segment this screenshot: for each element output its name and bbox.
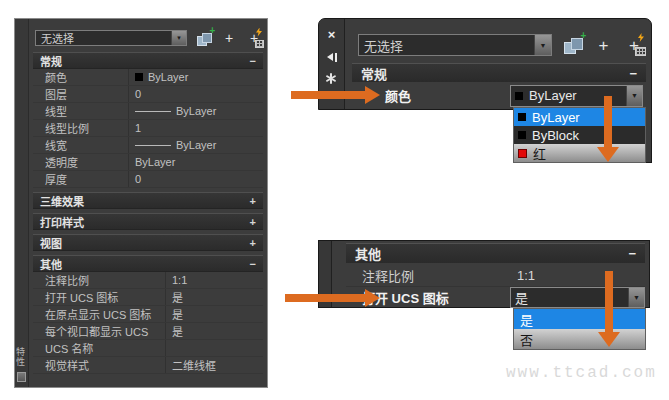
property-value[interactable]: ByLayer <box>128 154 263 170</box>
property-value[interactable]: 0 <box>128 171 263 187</box>
dropdown-arrow-color-annotation <box>597 96 619 162</box>
properties-palette: 特性 无选择 ▼ + + + 常规 − <box>14 18 268 388</box>
selection-combobox[interactable]: 无选择 ▼ <box>35 30 187 46</box>
property-label: 在原点显示 UCS 图标 <box>33 306 165 322</box>
dropdown-arrow-icon[interactable]: ▼ <box>534 35 551 55</box>
section-label: 常规 <box>361 64 387 83</box>
auto-hide-icon[interactable] <box>327 51 337 63</box>
collapse-icon[interactable]: − <box>250 55 256 67</box>
property-value[interactable] <box>165 340 263 356</box>
selection-combobox[interactable]: 无选择 ▼ <box>358 34 552 56</box>
ucs-icon-combobox[interactable]: 是 ▼ <box>510 287 645 308</box>
section-general[interactable]: 常规 − <box>33 52 263 69</box>
property-value[interactable]: ByLayer <box>128 137 263 153</box>
property-label: 厚度 <box>33 171 128 187</box>
row-visual-style: 视觉样式 二维线框 <box>33 357 263 374</box>
property-label: 视觉样式 <box>33 357 165 373</box>
row-thickness: 厚度 0 <box>33 171 263 188</box>
color-combobox[interactable]: ByLayer ▼ <box>510 85 643 107</box>
palette-title: 特性 <box>15 347 27 367</box>
property-label: 线型 <box>33 103 128 119</box>
palette-body: 无选择 ▼ + + + 常规 − 颜色 ByLayer <box>29 19 267 387</box>
property-value[interactable]: 1:1 <box>517 268 535 283</box>
row-annotation-scale: 注释比例 1:1 <box>33 272 263 289</box>
callout-arrow-color <box>291 86 380 104</box>
red-color-swatch <box>518 149 527 158</box>
dropdown-arrow-icon[interactable]: ▼ <box>171 31 186 45</box>
section-label: 其他 <box>355 244 381 263</box>
color-swatch <box>518 131 526 139</box>
select-objects-icon[interactable]: + <box>222 31 236 45</box>
property-label: 注释比例 <box>33 272 165 288</box>
row-ucs-icon-at-origin: 在原点显示 UCS 图标 是 <box>33 306 263 323</box>
section-misc[interactable]: 其他 − <box>346 243 645 263</box>
property-value[interactable]: 1 <box>128 120 263 136</box>
color-swatch <box>135 73 143 81</box>
collapse-icon[interactable]: − <box>628 246 636 261</box>
selection-toolbar: 无选择 ▼ + + + <box>358 34 645 56</box>
quick-select-icon[interactable]: + <box>623 36 645 54</box>
property-value[interactable]: ByLayer <box>128 69 263 85</box>
toggle-pickadd-icon[interactable]: + <box>196 31 213 46</box>
palette-titlebar[interactable]: 特性 <box>15 19 29 387</box>
row-linetype-scale: 线型比例 1 <box>33 120 263 137</box>
selection-value: 无选择 <box>359 36 534 55</box>
section-3d-effects[interactable]: 三维效果 + <box>33 192 263 209</box>
linetype-sample <box>135 111 171 112</box>
expand-icon[interactable]: + <box>250 216 256 228</box>
collapse-icon[interactable]: − <box>629 66 637 81</box>
property-value[interactable]: 是 <box>165 306 263 322</box>
property-label: 每个视口都显示 UCS <box>33 323 165 339</box>
dropdown-option-no[interactable]: 否 <box>514 329 645 349</box>
row-layer: 图层 0 <box>33 86 263 103</box>
property-value[interactable]: 二维线框 <box>165 357 263 373</box>
dropdown-option-byblock[interactable]: ByBlock <box>514 126 645 144</box>
section-label: 视图 <box>40 235 62 251</box>
property-value[interactable]: 是 <box>165 289 263 305</box>
property-label: 线型比例 <box>33 120 128 136</box>
color-dropdown-list: ByLayer ByBlock 红 <box>513 107 646 163</box>
lineweight-sample <box>135 145 171 146</box>
selection-toolbar: 无选择 ▼ + + + <box>35 30 263 46</box>
section-label: 打印样式 <box>40 214 84 230</box>
toggle-pickadd-icon[interactable]: + <box>563 36 584 54</box>
property-value[interactable]: 是 <box>165 323 263 339</box>
quick-select-icon[interactable]: + <box>245 31 263 46</box>
close-icon[interactable]: × <box>328 29 336 41</box>
section-label: 其他 <box>40 256 62 272</box>
page: 特性 无选择 ▼ + + + 常规 − <box>0 0 669 400</box>
row-lineweight: 线宽 ByLayer <box>33 137 263 154</box>
row-ucs-name: UCS 名称 <box>33 340 263 357</box>
section-general[interactable]: 常规 − <box>352 63 646 82</box>
section-view[interactable]: 视图 + <box>33 234 263 251</box>
expand-icon[interactable]: + <box>250 237 256 249</box>
dropdown-arrow-ucs-annotation <box>598 271 620 347</box>
property-value[interactable]: ByLayer <box>128 103 263 119</box>
properties-tab-icon[interactable] <box>17 372 26 382</box>
settings-icon[interactable] <box>326 73 337 84</box>
property-label: 注释比例 <box>346 266 414 285</box>
dropdown-arrow-icon[interactable]: ▼ <box>628 288 644 307</box>
color-swatch <box>515 92 523 100</box>
section-misc[interactable]: 其他 − <box>33 255 263 272</box>
selection-value: 无选择 <box>36 30 171 46</box>
property-label: 透明度 <box>33 154 128 170</box>
property-label: 图层 <box>33 86 128 102</box>
dropdown-option-bylayer[interactable]: ByLayer <box>514 108 645 126</box>
row-color: 颜色 ByLayer <box>33 69 263 86</box>
property-label: 颜色 <box>33 69 128 85</box>
row-transparency: 透明度 ByLayer <box>33 154 263 171</box>
select-objects-icon[interactable]: + <box>595 37 612 54</box>
section-plot-style[interactable]: 打印样式 + <box>33 213 263 230</box>
dropdown-option-yes[interactable]: 是 <box>514 309 645 329</box>
section-label: 常规 <box>40 53 62 69</box>
dropdown-arrow-icon[interactable]: ▼ <box>626 86 642 106</box>
row-linetype: 线型 ByLayer <box>33 103 263 120</box>
row-ucs-icon-on: 打开 UCS 图标 是 <box>33 289 263 306</box>
dropdown-option-red[interactable]: 红 <box>514 144 645 162</box>
property-value[interactable]: 1:1 <box>165 272 263 288</box>
property-label: 打开 UCS 图标 <box>33 289 165 305</box>
expand-icon[interactable]: + <box>250 195 256 207</box>
property-value[interactable]: 0 <box>128 86 263 102</box>
collapse-icon[interactable]: − <box>250 258 256 270</box>
